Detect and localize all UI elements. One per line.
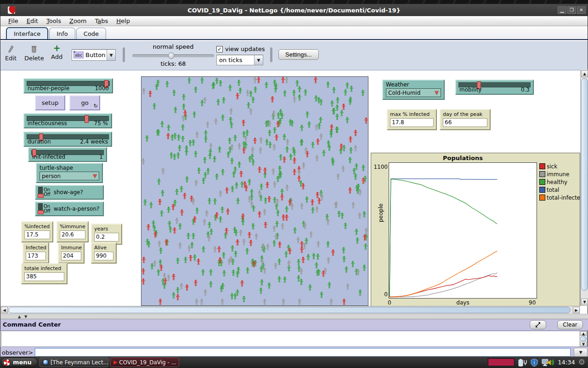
slider-handle[interactable] xyxy=(85,115,89,123)
observer-command-input[interactable] xyxy=(34,348,571,357)
legend-label: total xyxy=(547,187,559,193)
menu-zoom[interactable]: Zoom xyxy=(65,17,90,25)
person-immune xyxy=(244,136,248,142)
person-immune xyxy=(263,299,266,305)
output-scroll-thumb[interactable] xyxy=(580,336,587,341)
view-updates-checkbox[interactable]: ✓ xyxy=(216,46,223,52)
h-scroll-thumb[interactable] xyxy=(8,307,571,313)
switch-watch-a-person[interactable]: OnOff watch-a-person? xyxy=(35,201,104,216)
person-immune xyxy=(315,124,318,131)
clock[interactable]: 14:34 xyxy=(558,359,575,366)
person-healthy xyxy=(362,211,366,218)
detach-command-center-button[interactable] xyxy=(530,320,546,329)
maximize-button[interactable]: ❐ xyxy=(567,6,576,14)
person-healthy xyxy=(236,289,239,296)
edit-tool[interactable]: Edit xyxy=(5,45,17,62)
person-sick xyxy=(330,124,334,131)
command-center-output[interactable]: ▲ ▼ xyxy=(1,331,588,347)
world-view[interactable] xyxy=(141,76,368,306)
scroll-up-icon[interactable]: ▲ xyxy=(581,70,588,77)
person-healthy xyxy=(268,130,271,136)
command-center-splitter[interactable]: ▲ ▼ xyxy=(0,314,588,319)
tray-red-indicator[interactable] xyxy=(488,358,514,366)
network-volume-icon[interactable] xyxy=(542,358,554,367)
chooser-arrow-icon: ▼ xyxy=(93,173,97,179)
delete-tool[interactable]: Delete xyxy=(24,45,44,62)
setup-button[interactable]: setup xyxy=(35,95,65,110)
gear-icon[interactable]: ⚙ xyxy=(578,358,585,366)
menu-help[interactable]: Help xyxy=(112,17,134,25)
slider-infectiousness[interactable]: infectiousness 75 % xyxy=(23,113,112,128)
slider-duration[interactable]: duration 2.4 weeks xyxy=(23,132,112,147)
switch-show-age[interactable]: OnOff show-age? xyxy=(35,185,104,200)
person-healthy xyxy=(176,152,180,159)
menu-file[interactable]: File xyxy=(4,17,23,25)
tab-info[interactable]: Info xyxy=(49,28,75,39)
clear-button[interactable]: Clear xyxy=(557,320,583,329)
battery-icon[interactable] xyxy=(518,358,527,367)
switch-knob[interactable] xyxy=(38,194,44,198)
person-sick xyxy=(301,257,305,263)
person-sick xyxy=(258,167,261,173)
person-immune xyxy=(213,246,217,253)
taskbar-item-netlogo[interactable]: ▶ COVID_19_DaVig - ... xyxy=(110,357,179,367)
scroll-down-icon[interactable]: ▼ xyxy=(581,299,588,305)
tab-strip: Interface Info Code xyxy=(0,26,588,40)
person-sick xyxy=(314,77,317,83)
window-title: COVID_19_DaVig - NetLogo {/home/never/Do… xyxy=(0,7,588,14)
scroll-up-icon[interactable]: ▲ xyxy=(580,331,587,336)
go-button[interactable]: go ↻ xyxy=(69,95,100,110)
person-healthy xyxy=(200,77,204,84)
person-healthy xyxy=(215,78,219,84)
tab-code[interactable]: Code xyxy=(76,28,106,39)
update-mode-dropdown[interactable]: on ticks ▼ xyxy=(216,55,263,65)
splitter-up-icon[interactable]: ▲ xyxy=(18,315,21,319)
person-sick xyxy=(141,278,145,285)
person-healthy xyxy=(204,136,208,143)
person-healthy xyxy=(328,282,331,288)
scroll-left-icon[interactable]: ◀ xyxy=(1,307,8,313)
person-immune xyxy=(272,110,276,117)
menu-edit[interactable]: Edit xyxy=(23,17,42,25)
chooser-turtle-shape[interactable]: turtle-shape person ▼ xyxy=(36,163,103,183)
close-button[interactable]: ✕ xyxy=(577,6,586,14)
person-immune xyxy=(263,209,266,215)
person-immune xyxy=(346,283,350,290)
v-scroll-thumb[interactable] xyxy=(581,78,588,291)
output-scrollbar[interactable]: ▲ ▼ xyxy=(579,331,587,346)
vertical-scrollbar[interactable]: ▲ ▼ xyxy=(580,70,588,306)
tab-interface[interactable]: Interface xyxy=(6,27,48,39)
splitter-down-icon[interactable]: ▼ xyxy=(24,315,27,319)
scroll-right-icon[interactable]: ▶ xyxy=(573,307,580,313)
settings-button[interactable]: Settings... xyxy=(278,49,319,60)
person-immune xyxy=(320,194,324,201)
menu-tools[interactable]: Tools xyxy=(42,17,65,25)
person-healthy xyxy=(329,131,333,138)
horizontal-scrollbar[interactable]: ◀ ▶ xyxy=(0,306,580,314)
person-immune xyxy=(303,243,306,249)
history-dropdown-button[interactable]: ▼ xyxy=(574,348,588,357)
person-healthy xyxy=(319,117,322,123)
add-tool[interactable]: + Add xyxy=(51,44,62,60)
taskbar-item-browser[interactable]: [The Feynman Lect... xyxy=(40,357,108,367)
taskbar-menu-button[interactable]: menu xyxy=(1,357,38,367)
widget-type-dropdown[interactable]: abc Button ▼ xyxy=(72,49,116,61)
speed-slider[interactable] xyxy=(132,54,214,57)
speed-slider-thumb[interactable] xyxy=(168,52,175,59)
update-shield-icon[interactable]: i xyxy=(530,358,538,367)
scroll-down-icon[interactable]: ▼ xyxy=(580,342,587,346)
person-immune xyxy=(259,147,262,154)
menu-tabs[interactable]: Tabs xyxy=(90,17,112,25)
person-immune xyxy=(192,198,195,205)
person-immune xyxy=(187,245,191,252)
person-immune xyxy=(290,203,294,210)
switch-knob[interactable] xyxy=(38,210,44,214)
slider-init-infected[interactable]: init-infected 1 xyxy=(28,147,107,162)
person-healthy xyxy=(300,125,304,131)
minimize-button[interactable]: ▁ xyxy=(558,6,566,14)
slider-mobility[interactable]: mobility 0.3 xyxy=(455,80,534,95)
slider-number-people[interactable]: number-people 1000 xyxy=(23,78,113,93)
chooser-weather[interactable]: Weather Cold-Humid ▼ xyxy=(382,80,445,100)
person-sick xyxy=(276,121,280,127)
person-sick xyxy=(240,280,244,287)
